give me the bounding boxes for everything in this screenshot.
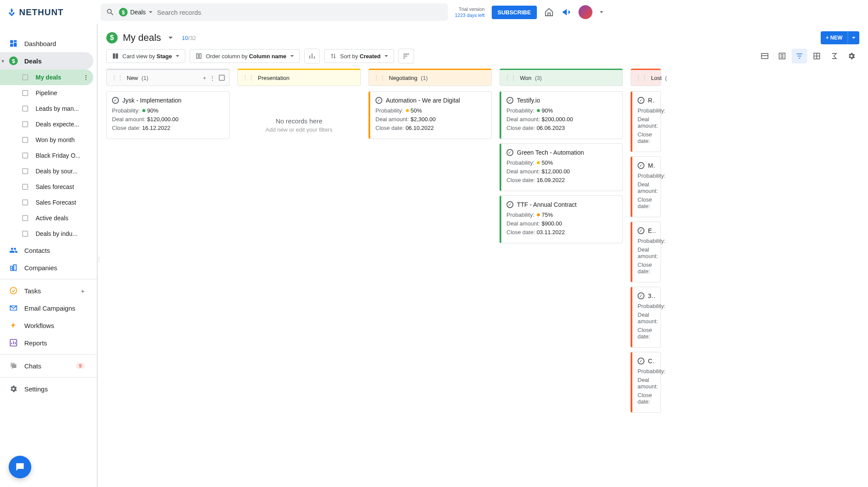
chat-icon xyxy=(14,461,26,473)
home-icon[interactable] xyxy=(544,7,554,17)
sidebar-item-tasks[interactable]: Tasks + xyxy=(0,282,93,299)
brand-name: NETHUNT xyxy=(19,7,64,17)
view-list-icon[interactable] xyxy=(774,49,790,63)
view-table-icon[interactable] xyxy=(757,49,773,63)
deal-card[interactable]: ✓Jysk - Implementation Probability: 90% … xyxy=(106,91,230,139)
sidebar-item-workflows[interactable]: Workflows xyxy=(0,317,93,334)
subview-label: Sales Forecast xyxy=(36,199,76,206)
column-header[interactable]: ⋮⋮ Presentation xyxy=(237,69,361,86)
column-checkbox[interactable] xyxy=(219,75,225,81)
card-close-date: Close date: xyxy=(638,196,655,209)
order-column-selector[interactable]: Order column by Column name xyxy=(190,49,300,63)
card-probability: Probability: xyxy=(638,172,655,179)
avatar-menu-chevron[interactable] xyxy=(599,10,604,14)
empty-state: No records here Add new or edit your fil… xyxy=(237,91,361,133)
sidebar-subview[interactable]: My deals⋮ xyxy=(0,70,93,85)
sidebar-item-reports[interactable]: Reports xyxy=(0,334,93,351)
search-bar[interactable]: $ Deals xyxy=(101,3,448,21)
column-count: (1) xyxy=(141,75,148,81)
sigma-icon[interactable] xyxy=(826,49,842,63)
settings-icon[interactable] xyxy=(844,49,859,63)
column-more-icon[interactable]: ⋮ xyxy=(210,75,215,81)
grip-icon[interactable]: ⋮⋮ xyxy=(111,74,123,81)
new-button-dropdown[interactable] xyxy=(848,31,859,44)
intercom-chat-button[interactable] xyxy=(9,456,31,478)
avatar[interactable] xyxy=(579,5,592,19)
grip-icon[interactable]: ⋮⋮ xyxy=(635,74,648,81)
sidebar-item-companies[interactable]: Companies xyxy=(0,259,93,276)
deal-card[interactable]: ✓Reve Probability: Deal amount: Close da… xyxy=(631,91,661,152)
sidebar-label-companies: Companies xyxy=(24,264,57,272)
card-probability: Probability: xyxy=(638,238,655,244)
new-button[interactable]: + NEW xyxy=(821,31,848,44)
grid-icon[interactable] xyxy=(809,49,825,63)
add-task-icon[interactable]: + xyxy=(81,287,85,295)
subscribe-button[interactable]: SUBSCRIBE xyxy=(492,6,537,19)
grip-icon[interactable]: ⋮⋮ xyxy=(373,74,385,81)
sidebar-label-settings: Settings xyxy=(24,385,48,393)
sidebar-item-deals[interactable]: ▾ $ Deals xyxy=(0,52,93,70)
sort-selector[interactable]: Sort by Created xyxy=(324,49,394,63)
card-view-selector[interactable]: Card view by Stage xyxy=(106,49,185,63)
sidebar-subview[interactable]: Black Friday O... xyxy=(0,148,93,163)
chart-toggle[interactable] xyxy=(304,49,320,63)
deal-card[interactable]: ✓3-ye Probability: Deal amount: Close da… xyxy=(631,287,661,348)
chevron-down-icon xyxy=(384,54,388,58)
sidebar-item-settings[interactable]: Settings xyxy=(0,380,93,398)
brand-logo[interactable]: NETHUNT xyxy=(7,7,94,17)
add-card-icon[interactable]: + xyxy=(203,75,206,81)
megaphone-icon[interactable] xyxy=(561,7,572,17)
record-count: 10/32 xyxy=(182,35,196,41)
sidebar-item-chats[interactable]: Chats 9 xyxy=(0,357,93,374)
trial-info: Trial version 1223 days left xyxy=(455,6,485,19)
subview-icon xyxy=(20,106,30,112)
sidebar-subview[interactable]: Sales forecast xyxy=(0,179,93,195)
column-header[interactable]: ⋮⋮ Won (3) xyxy=(500,69,623,86)
deal-card[interactable]: ✓TTF - Annual Contract Probability: 75% … xyxy=(500,195,623,243)
check-circle-icon: ✓ xyxy=(638,358,644,364)
deal-card[interactable]: ✓Man Probability: Deal amount: Close dat… xyxy=(631,156,661,217)
trial-line2: 1223 days left xyxy=(455,12,485,18)
deal-card[interactable]: ✓Elem Probability: Deal amount: Close da… xyxy=(631,222,661,282)
filter-icon[interactable] xyxy=(792,49,807,63)
deal-card[interactable]: ✓Call Probability: Deal amount: Close da… xyxy=(631,352,661,413)
check-circle-icon: ✓ xyxy=(638,292,644,299)
subview-label: Deals by sour... xyxy=(36,168,78,175)
sidebar-item-contacts[interactable]: Contacts xyxy=(0,242,93,259)
sort-lines-button[interactable] xyxy=(398,49,414,63)
column-header[interactable]: ⋮⋮ Negotiating (1) xyxy=(368,69,492,86)
column-header[interactable]: ⋮⋮ New (1) + ⋮ xyxy=(106,69,230,86)
column-header[interactable]: ⋮⋮ Lost ( xyxy=(631,69,661,86)
grip-icon[interactable]: ⋮⋮ xyxy=(504,74,516,81)
search-input[interactable] xyxy=(157,9,443,16)
deal-card[interactable]: ✓Testify.io Probability: 90% Deal amount… xyxy=(500,91,623,139)
sidebar-subview[interactable]: Deals expecte... xyxy=(0,116,93,132)
card-close-date: Close date: xyxy=(638,262,655,275)
resize-handle[interactable]: ⋮ xyxy=(96,256,102,263)
sidebar-subview[interactable]: Leads by man... xyxy=(0,101,93,116)
sidebar-subview[interactable]: Sales Forecast xyxy=(0,195,93,210)
sidebar-item-dashboard[interactable]: Dashboard xyxy=(0,35,93,52)
deal-card[interactable]: ✓Automation - We are Digital Probability… xyxy=(368,91,492,139)
page-title-menu[interactable] xyxy=(168,35,173,40)
sidebar-subview[interactable]: Won by month xyxy=(0,132,93,148)
card-amount: Deal amount: xyxy=(638,311,655,325)
card-title: Man xyxy=(648,162,655,169)
deal-card[interactable]: ✓Green Tech - Automation Probability: 50… xyxy=(500,143,623,191)
dollar-icon: $ xyxy=(119,8,128,17)
sidebar-item-email[interactable]: Email Campaigns xyxy=(0,299,93,317)
card-probability: Probability: 90% xyxy=(112,107,224,114)
sidebar-subview[interactable]: Pipeline xyxy=(0,85,93,101)
sidebar-subview[interactable]: Deals by indu... xyxy=(0,226,93,242)
sort-label: Sort by Created xyxy=(340,53,381,60)
sidebar-subview[interactable]: Deals by sour... xyxy=(0,163,93,179)
search-scope[interactable]: $ Deals xyxy=(119,8,153,17)
sidebar-label-workflows: Workflows xyxy=(24,322,54,329)
sidebar-subview[interactable]: Active deals xyxy=(0,210,93,226)
sidebar-label-chats: Chats xyxy=(24,362,41,370)
subview-icon xyxy=(20,215,30,221)
grip-icon[interactable]: ⋮⋮ xyxy=(242,74,254,81)
more-icon[interactable]: ⋮ xyxy=(83,74,89,81)
cardview-label: Card view by Stage xyxy=(122,53,172,60)
card-title: Jysk - Implementation xyxy=(122,97,181,104)
